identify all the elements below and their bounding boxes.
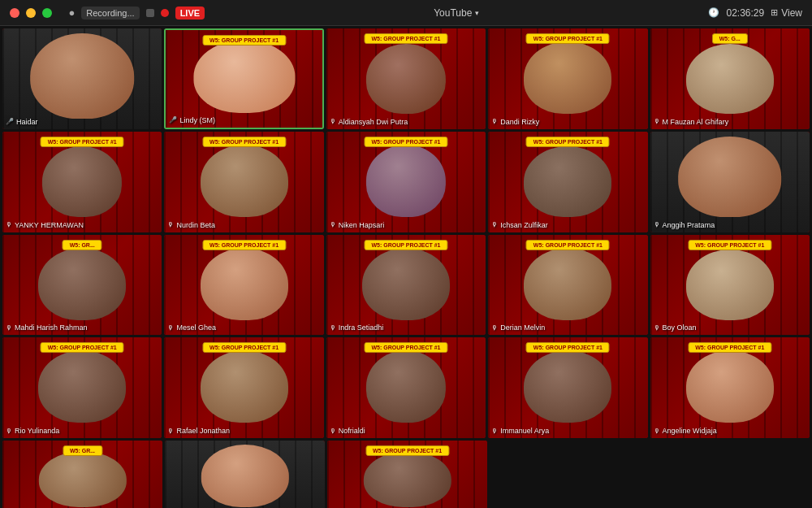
name-text: Nurdin Beta	[176, 221, 215, 229]
name-text: Ichsan Zulfikar	[500, 221, 548, 229]
name-text: Rafael Jonathan	[176, 427, 230, 435]
mic-icon: 🎤	[6, 118, 14, 125]
mic-icon: 🎙	[654, 324, 660, 332]
name-text: Mesel Ghea	[176, 323, 216, 332]
clock-icon: 🕐	[708, 7, 719, 18]
video-cell-indra: W5: GROUP PROJECT #1 🎙 Indra Setiadhi	[326, 235, 486, 336]
video-cell-winona: 🎙 Winona Ivana	[165, 441, 325, 508]
banner: W5: GROUP PROJECT #1	[364, 342, 447, 353]
banner: W5: GROUP PROJECT #1	[364, 137, 447, 147]
mic-icon: 🎙	[330, 324, 336, 332]
name-text: Derian Melvin	[500, 323, 545, 332]
participant-name: 🎙 Boy Oloan	[654, 323, 697, 332]
banner: W5: GROUP PROJECT #1	[526, 342, 610, 353]
participant-name: 🎙 Niken Hapsari	[330, 221, 385, 229]
banner: W5: GROUP PROJECT #1	[526, 240, 610, 250]
mic-icon: 🎙	[330, 221, 336, 228]
banner: W5: GROUP PROJECT #1	[688, 240, 771, 250]
mic-icon: 🎙	[330, 428, 336, 435]
video-cell-haidar: 🎤 Haidar	[2, 28, 162, 129]
banner: W5: GROUP PROJECT #1	[202, 137, 286, 147]
name-text: Mahdi Harish Rahman	[15, 323, 88, 332]
participant-name: 🎤 Lindy (SM)	[169, 116, 215, 124]
participant-name: 🎙 Aldiansyah Dwi Putra	[330, 118, 408, 126]
banner: W5: GROUP PROJECT #1	[202, 240, 286, 250]
video-cell-rafael: W5: GROUP PROJECT #1 🎙 Rafael Jonathan	[164, 337, 323, 438]
mic-icon: 🎙	[167, 428, 174, 435]
participant-name: 🎙 Nofrialdi	[330, 427, 365, 435]
youtube-label[interactable]: YouTube ▾	[434, 7, 479, 19]
banner: W5: G...	[712, 33, 748, 44]
video-cell-immanuel: W5: GROUP PROJECT #1 🎙 Immanuel Arya	[488, 337, 647, 438]
banner: W5: GROUP PROJECT #1	[526, 33, 610, 44]
video-cell-okky: W5: GROUP PROJECT #1 🎙 Okky Anggoro	[327, 441, 487, 508]
mic-icon: 🎙	[6, 428, 12, 435]
name-text: Indra Setiadhi	[339, 323, 384, 332]
maximize-dot[interactable]	[42, 8, 52, 18]
mic-icon: 🎤	[169, 116, 177, 124]
participant-name: 🎙 Dandi Rizky	[491, 118, 539, 126]
participant-name: 🎤 Haidar	[6, 118, 38, 126]
video-cell-boy: W5: GROUP PROJECT #1 🎙 Boy Oloan	[650, 235, 810, 336]
video-cell-niken: W5: GROUP PROJECT #1 🎙 Niken Hapsari	[326, 132, 486, 232]
mic-icon: 🎙	[491, 118, 498, 125]
name-text: Niken Hapsari	[339, 221, 385, 229]
video-cell-yanky: W5: GROUP PROJECT #1 🎙 YANKY HERMAWAN	[2, 132, 162, 232]
participant-name: 🎙 Ichsan Zulfikar	[491, 221, 548, 229]
name-text: Haidar	[16, 118, 38, 126]
banner: W5: GR...	[63, 445, 102, 456]
mic-icon: 🎙	[491, 324, 498, 332]
name-text: Anggih Pratama	[663, 221, 715, 229]
participant-name: 🎙 Rio Yulinanda	[6, 427, 59, 435]
mic-icon: 🎙	[167, 221, 174, 228]
top-bar-center: YouTube ▾	[434, 7, 479, 19]
banner: W5: GROUP PROJECT #1	[41, 137, 124, 147]
minimize-dot[interactable]	[26, 8, 36, 18]
banner: W5: GROUP PROJECT #1	[364, 33, 447, 44]
video-cell-mahdi: W5: GR... 🎙 Mahdi Harish Rahman	[2, 235, 162, 336]
video-cell-anggih: 🎙 Anggih Pratama	[650, 132, 810, 232]
name-text: Boy Oloan	[663, 323, 697, 332]
mic-icon: 🎙	[654, 428, 660, 435]
name-text: Aldiansyah Dwi Putra	[339, 118, 408, 126]
youtube-chevron: ▾	[475, 9, 479, 17]
participant-name: 🎙 Mahdi Harish Rahman	[6, 323, 88, 332]
mic-icon: 🎙	[491, 428, 498, 435]
mic-icon: 🎙	[654, 221, 660, 228]
participant-name: 🎙 Rafael Jonathan	[167, 427, 230, 435]
participant-name: 🎙 Mesel Ghea	[167, 323, 216, 332]
video-cell-mesel: W5: GROUP PROJECT #1 🎙 Mesel Ghea	[164, 235, 323, 336]
close-dot[interactable]	[10, 8, 19, 18]
view-label: View	[781, 7, 802, 19]
participant-name: 🎙 Immanuel Arya	[491, 427, 549, 435]
name-text: Nofrialdi	[339, 427, 365, 435]
video-grid: 🎤 Haidar W5: GROUP PROJECT #1 🎤 Lindy (S…	[0, 26, 812, 441]
mic-icon: 🎙	[167, 324, 174, 332]
video-cell-lindy: W5: GROUP PROJECT #1 🎤 Lindy (SM)	[164, 28, 323, 129]
banner: W5: GROUP PROJECT #1	[688, 342, 771, 353]
youtube-text: YouTube	[434, 7, 472, 19]
name-text: Lindy (SM)	[179, 116, 215, 124]
banner: W5: GROUP PROJECT #1	[364, 240, 447, 250]
video-cell-derian: W5: GROUP PROJECT #1 🎙 Derian Melvin	[488, 235, 647, 336]
view-button[interactable]: ⊞ View	[771, 7, 802, 19]
video-cell-nofrialdi: W5: GROUP PROJECT #1 🎙 Nofrialdi	[326, 337, 486, 438]
participant-name: 🎙 Angeline Widjaja	[654, 427, 717, 435]
banner: W5: GROUP PROJECT #1	[202, 342, 286, 353]
grid-icon: ⊞	[771, 7, 778, 18]
video-cell-aldiansyah: W5: GROUP PROJECT #1 🎙 Aldiansyah Dwi Pu…	[326, 28, 486, 129]
pause-icon	[146, 9, 154, 17]
name-text: Rio Yulinanda	[15, 427, 59, 435]
mic-icon: 🎙	[6, 221, 12, 228]
video-cell-rio: W5: GROUP PROJECT #1 🎙 Rio Yulinanda	[2, 337, 162, 438]
banner: W5: GROUP PROJECT #1	[202, 35, 286, 46]
video-cell-guntur: W5: GR... 🎙 Guntur Kurniawan Heryanto	[2, 441, 162, 508]
participant-name: 🎙 Indra Setiadhi	[330, 323, 384, 332]
banner: W5: GROUP PROJECT #1	[526, 137, 610, 147]
banner: W5: GROUP PROJECT #1	[365, 445, 449, 456]
top-bar-right: 🕐 02:36:29 ⊞ View	[708, 7, 802, 19]
banner: W5: GROUP PROJECT #1	[41, 342, 124, 353]
participant-name: 🎙 M Fauzan Al Ghifary	[654, 118, 729, 126]
record-dot	[161, 9, 169, 17]
mic-icon: 🎙	[330, 118, 336, 125]
